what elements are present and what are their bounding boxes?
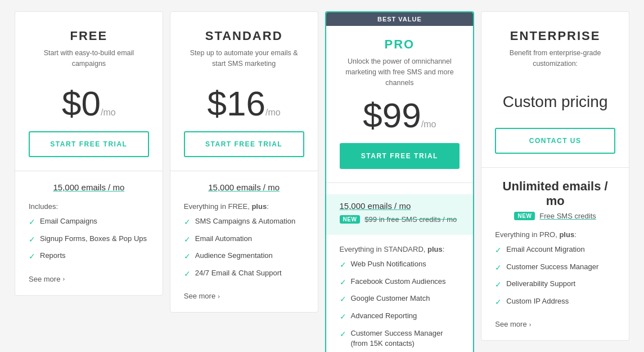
free-plan-description: Start with easy-to-build email campaigns — [29, 48, 149, 76]
free-plan-card: FREE Start with easy-to-build email camp… — [15, 11, 163, 296]
free-cta-button[interactable]: START FREE TRIAL — [29, 131, 149, 157]
check-icon: ✓ — [340, 260, 346, 271]
see-more-label: See more — [184, 292, 215, 300]
check-icon: ✓ — [340, 311, 346, 323]
check-icon: ✓ — [495, 262, 502, 274]
standard-feature-list: ✓SMS Campaigns & Automation ✓Email Autom… — [184, 216, 304, 279]
pricing-page: FREE Start with easy-to-build email camp… — [11, 11, 633, 352]
list-item: ✓Email Campaigns — [29, 216, 149, 228]
enterprise-custom-price: Custom pricing — [495, 93, 615, 111]
free-price-section: $0/mo — [29, 86, 149, 121]
free-price-amount: $0 — [62, 84, 101, 123]
list-item: ✓Email Automation — [184, 234, 304, 246]
enterprise-plan-name: ENTERPRISE — [495, 29, 615, 43]
standard-price-suffix: /mo — [265, 108, 281, 117]
see-more-arrow-icon: › — [218, 293, 220, 300]
enterprise-email-unlimited: Unlimited emails / mo NEW Free SMS credi… — [495, 179, 615, 220]
see-more-label: See more — [495, 320, 526, 328]
list-item: ✓24/7 Email & Chat Support — [184, 268, 304, 280]
standard-price-section: $16/mo — [184, 86, 304, 121]
list-item: ✓Google Customer Match — [340, 293, 460, 305]
enterprise-unlimited-text: Unlimited emails / mo — [495, 179, 615, 208]
pro-price-amount: $99 — [363, 96, 421, 135]
standard-price-amount: $16 — [208, 84, 265, 123]
see-more-arrow-icon: › — [62, 275, 65, 282]
check-icon: ✓ — [184, 251, 191, 262]
check-icon: ✓ — [184, 269, 191, 280]
free-email-info: 15,000 emails / mo — [29, 182, 149, 192]
enterprise-plan-card: ENTERPRISE Benefit from enterprise-grade… — [481, 11, 629, 341]
list-item: ✓Reports — [29, 251, 149, 262]
pro-plan-card: BEST VALUE PRO Unlock the power of omnic… — [325, 11, 475, 352]
list-item: ✓Deliverability Support — [495, 279, 615, 291]
check-icon: ✓ — [29, 234, 35, 246]
standard-email-info: 15,000 emails / mo — [184, 182, 304, 192]
list-item: ✓Audience Segmentation — [184, 251, 304, 262]
list-item: ✓Facebook Custom Audiences — [340, 277, 460, 288]
enterprise-sms-text: Free SMS credits — [539, 212, 596, 220]
standard-plan-name: STANDARD — [184, 29, 304, 43]
list-item: ✓Email Account Migration — [495, 244, 615, 256]
enterprise-sms-row: NEW Free SMS credits — [495, 212, 615, 220]
enterprise-plan-description: Benefit from enterprise-grade customizat… — [495, 48, 615, 76]
pro-sms-credit-text: $99 in free SMS credits / mo — [364, 215, 457, 224]
check-icon: ✓ — [495, 297, 502, 308]
standard-see-more-link[interactable]: See more › — [184, 292, 220, 300]
check-icon: ✓ — [29, 217, 35, 228]
list-item: ✓Custom IP Address — [495, 296, 615, 308]
list-item: ✓Customer Success Manager — [495, 262, 615, 274]
pro-plan-name: PRO — [340, 37, 460, 52]
check-icon: ✓ — [340, 277, 346, 288]
free-see-more-link[interactable]: See more › — [29, 275, 65, 283]
pro-plan-description: Unlock the power of omnichannel marketin… — [340, 56, 460, 88]
best-value-banner: BEST VALUE — [326, 12, 474, 26]
pro-email-info: 15,000 emails / mo — [340, 201, 460, 211]
standard-cta-button[interactable]: START FREE TRIAL — [184, 131, 304, 157]
new-badge: NEW — [340, 215, 361, 224]
pro-cta-button[interactable]: START FREE TRIAL — [340, 143, 460, 169]
free-plan-name: FREE — [29, 29, 149, 43]
enterprise-feature-list: ✓Email Account Migration ✓Customer Succe… — [495, 244, 615, 308]
pro-sms-row: NEW $99 in free SMS credits / mo — [340, 215, 460, 224]
free-includes-label: Includes: — [29, 202, 149, 211]
free-feature-list: ✓Email Campaigns ✓Signup Forms, Boxes & … — [29, 216, 149, 262]
pro-feature-list: ✓Web Push Notifications ✓Facebook Custom… — [340, 259, 460, 349]
pro-price-suffix: /mo — [421, 119, 436, 129]
list-item: ✓Advanced Reporting — [340, 311, 460, 323]
pro-email-sms-section: 15,000 emails / mo NEW $99 in free SMS c… — [326, 194, 474, 235]
check-icon: ✓ — [495, 279, 502, 291]
check-icon: ✓ — [340, 329, 346, 340]
list-item: ✓Customer Success Manager(from 15K conta… — [340, 328, 460, 349]
list-item: ✓Web Push Notifications — [340, 259, 460, 271]
enterprise-see-more-link[interactable]: See more › — [495, 320, 531, 328]
check-icon: ✓ — [184, 234, 191, 246]
pro-includes-label: Everything in STANDARD, plus: — [340, 245, 460, 253]
check-icon: ✓ — [495, 245, 502, 256]
standard-plan-description: Step up to automate your emails & start … — [184, 48, 304, 76]
check-icon: ✓ — [184, 217, 191, 228]
free-price-suffix: /mo — [101, 108, 116, 117]
enterprise-price-section: Custom pricing — [495, 93, 615, 111]
check-icon: ✓ — [29, 251, 35, 262]
check-icon: ✓ — [340, 294, 346, 305]
standard-plan-card: STANDARD Step up to automate your emails… — [170, 11, 318, 313]
enterprise-includes-label: Everything in PRO, plus: — [495, 230, 615, 239]
see-more-arrow-icon: › — [529, 321, 532, 328]
list-item: ✓SMS Campaigns & Automation — [184, 216, 304, 228]
list-item: ✓Signup Forms, Boxes & Pop Ups — [29, 234, 149, 246]
pro-price-section: $99/mo — [340, 98, 460, 133]
new-badge: NEW — [514, 212, 535, 220]
standard-includes-label: Everything in FREE, plus: — [184, 202, 304, 211]
enterprise-cta-button[interactable]: CONTACT US — [495, 128, 615, 154]
see-more-label: See more — [29, 275, 60, 283]
